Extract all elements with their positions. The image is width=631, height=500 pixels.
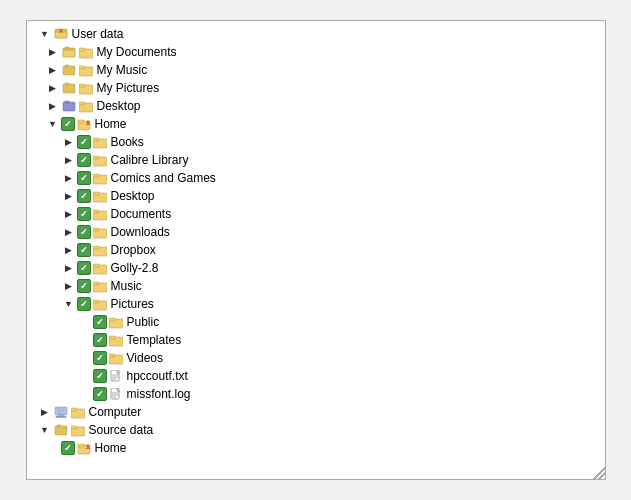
label-comics-and-games: Comics and Games	[111, 171, 216, 185]
svg-rect-42	[93, 300, 99, 303]
toggle-music[interactable]	[61, 278, 77, 294]
tree-row-desktop[interactable]: Desktop	[45, 97, 603, 115]
tree-row-music[interactable]: Music	[61, 277, 603, 295]
tree-row-calibre-library[interactable]: Calibre Library	[61, 151, 603, 169]
toggle-my-documents[interactable]	[45, 44, 61, 60]
tree-row-source-data[interactable]: Source data	[29, 421, 603, 439]
toggle-source-data[interactable]	[37, 422, 53, 438]
tree-row-home[interactable]: Home	[45, 115, 603, 133]
svg-point-2	[59, 29, 62, 32]
toggle-downloads[interactable]	[61, 224, 77, 240]
user-data-icon	[53, 26, 69, 42]
desktop-home-folder-icon	[92, 188, 108, 204]
svg-rect-58	[57, 408, 65, 414]
toggle-my-music[interactable]	[45, 62, 61, 78]
documents-check-icon	[77, 207, 91, 221]
toggle-my-pictures[interactable]	[45, 80, 61, 96]
label-desktop: Desktop	[97, 99, 141, 113]
label-missfont: missfont.log	[127, 387, 191, 401]
golly-check-icon	[77, 261, 91, 275]
templates-check-icon	[93, 333, 107, 347]
label-dropbox: Dropbox	[111, 243, 156, 257]
label-source-data: Source data	[89, 423, 154, 437]
toggle-dropbox[interactable]	[61, 242, 77, 258]
label-home-source: Home	[95, 441, 127, 455]
tree-row-my-music[interactable]: My Music	[45, 61, 603, 79]
tree-row-comics-and-games[interactable]: Comics and Games	[61, 169, 603, 187]
tree-row-my-documents[interactable]: My Documents	[45, 43, 603, 61]
music-folder-icon	[92, 278, 108, 294]
children-user-data: My Documents My Music	[29, 43, 603, 403]
label-videos: Videos	[127, 351, 163, 365]
svg-rect-9	[65, 65, 69, 67]
my-music-special-icon	[61, 62, 77, 78]
label-calibre-library: Calibre Library	[111, 153, 189, 167]
tree-row-templates[interactable]: Templates	[77, 331, 603, 349]
calibre-folder-icon	[92, 152, 108, 168]
label-desktop-home: Desktop	[111, 189, 155, 203]
svg-rect-38	[93, 264, 99, 267]
svg-rect-48	[109, 354, 115, 357]
toggle-documents[interactable]	[61, 206, 77, 222]
svg-rect-12	[63, 84, 75, 93]
file-tree[interactable]: User data My D	[26, 20, 606, 480]
svg-rect-5	[65, 47, 69, 49]
svg-rect-44	[109, 318, 115, 321]
node-user-data: User data My D	[29, 25, 603, 403]
label-pictures: Pictures	[111, 297, 154, 311]
svg-rect-60	[56, 417, 66, 418]
tree-row-downloads[interactable]: Downloads	[61, 223, 603, 241]
computer-icon	[53, 404, 69, 420]
dropbox-check-icon	[77, 243, 91, 257]
toggle-pictures[interactable]	[61, 296, 77, 312]
svg-rect-32	[93, 210, 99, 213]
tree-row-hpccoutf[interactable]: hpccoutf.txt	[77, 367, 603, 385]
toggle-computer[interactable]	[37, 404, 53, 420]
svg-rect-34	[93, 228, 99, 231]
tree-row-pictures[interactable]: Pictures	[61, 295, 603, 313]
tree-row-user-data[interactable]: User data	[29, 25, 603, 43]
svg-rect-66	[71, 426, 77, 429]
children-pictures: Public	[61, 313, 603, 403]
toggle-calibre-library[interactable]	[61, 152, 77, 168]
source-data-folder-icon	[70, 422, 86, 438]
tree-row-videos[interactable]: Videos	[77, 349, 603, 367]
label-my-music: My Music	[97, 63, 148, 77]
toggle-books[interactable]	[61, 134, 77, 150]
tree-row-books[interactable]: Books	[61, 133, 603, 151]
tree-row-computer[interactable]: Computer	[29, 403, 603, 421]
source-data-special-icon	[53, 422, 69, 438]
tree-row-dropbox[interactable]: Dropbox	[61, 241, 603, 259]
svg-rect-16	[63, 102, 75, 111]
label-downloads: Downloads	[111, 225, 170, 239]
my-music-folder-icon	[78, 62, 94, 78]
hpccoutf-check-icon	[93, 369, 107, 383]
svg-rect-68	[78, 444, 84, 447]
toggle-desktop[interactable]	[45, 98, 61, 114]
svg-rect-63	[55, 426, 67, 435]
children-home: Books Calibre Library	[45, 133, 603, 403]
toggle-comics-and-games[interactable]	[61, 170, 77, 186]
toggle-golly[interactable]	[61, 260, 77, 276]
tree-row-documents[interactable]: Documents	[61, 205, 603, 223]
tree-row-public[interactable]: Public	[77, 313, 603, 331]
label-music: Music	[111, 279, 142, 293]
documents-folder-icon	[92, 206, 108, 222]
music-check-icon	[77, 279, 91, 293]
tree-row-missfont[interactable]: missfont.log	[77, 385, 603, 403]
toggle-home[interactable]	[45, 116, 61, 132]
pictures-check-icon	[77, 297, 91, 311]
toggle-user-data[interactable]	[37, 26, 53, 42]
node-pictures: Pictures	[61, 295, 603, 403]
tree-row-golly[interactable]: Golly-2.8	[61, 259, 603, 277]
desktop-special-icon	[61, 98, 77, 114]
comics-folder-icon	[92, 170, 108, 186]
svg-rect-28	[93, 174, 99, 177]
resize-handle[interactable]	[593, 467, 605, 479]
toggle-desktop-home[interactable]	[61, 188, 77, 204]
tree-row-my-pictures[interactable]: My Pictures	[45, 79, 603, 97]
tree-row-home-source[interactable]: Home	[45, 439, 603, 457]
label-my-documents: My Documents	[97, 45, 177, 59]
svg-rect-13	[65, 83, 69, 85]
tree-row-desktop-home[interactable]: Desktop	[61, 187, 603, 205]
